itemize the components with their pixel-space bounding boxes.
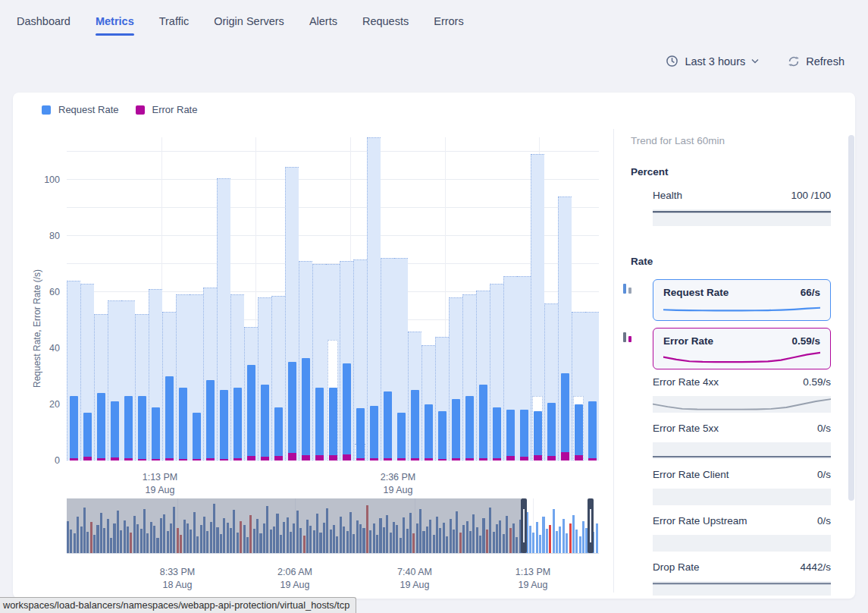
trend-row-health[interactable]: Health100 /100 [653, 190, 831, 226]
error-rate-bar[interactable] [193, 459, 201, 461]
error-rate-bar[interactable] [302, 455, 310, 461]
error-rate-bar[interactable] [233, 458, 242, 461]
error-rate-bar[interactable] [425, 458, 433, 461]
request-rate-bar[interactable] [193, 413, 201, 461]
request-rate-bar[interactable] [288, 362, 296, 461]
trend-row-error-rate-client[interactable]: Error Rate Client0/s [653, 469, 831, 505]
request-rate-bar[interactable] [233, 388, 242, 461]
request-rate-bar[interactable] [206, 380, 215, 461]
request-rate-bar[interactable] [152, 407, 160, 461]
mini-bar-chart-icon[interactable] [621, 281, 635, 295]
request-rate-bar[interactable] [83, 413, 92, 461]
error-rate-bar[interactable] [138, 459, 146, 461]
request-rate-bar[interactable] [261, 385, 269, 461]
request-rate-bar[interactable] [370, 406, 378, 461]
time-range-select[interactable]: Last 3 hours [666, 55, 759, 68]
brush-handle-left[interactable] [521, 498, 527, 553]
request-rate-bar[interactable] [356, 408, 365, 461]
error-rate-bar[interactable] [370, 458, 378, 461]
error-rate-bar[interactable] [561, 452, 569, 461]
tab-requests[interactable]: Requests [362, 15, 409, 36]
error-rate-bar[interactable] [384, 458, 392, 461]
error-rate-bar[interactable] [97, 458, 105, 461]
trend-card-error-rate[interactable]: Error Rate0.59/s [653, 328, 831, 369]
error-rate-bar[interactable] [506, 456, 515, 461]
error-rate-bar[interactable] [83, 457, 92, 461]
tab-alerts[interactable]: Alerts [309, 15, 337, 36]
main-plot[interactable]: 020406080100 [67, 137, 599, 461]
request-rate-bar[interactable] [465, 396, 474, 461]
request-rate-bar[interactable] [274, 407, 283, 461]
legend-item-request-rate[interactable]: Request Rate [42, 104, 119, 115]
error-rate-bar[interactable] [70, 458, 78, 461]
error-rate-bar[interactable] [124, 458, 133, 461]
request-rate-bar[interactable] [384, 391, 392, 461]
tab-metrics[interactable]: Metrics [96, 15, 134, 36]
error-rate-bar[interactable] [329, 455, 337, 461]
trend-row-error-rate-5xx[interactable]: Error Rate 5xx0/s [653, 423, 831, 459]
request-rate-bar[interactable] [534, 411, 542, 461]
error-rate-bar[interactable] [111, 457, 119, 461]
error-rate-bar[interactable] [152, 459, 160, 461]
request-rate-bar[interactable] [343, 363, 351, 461]
request-rate-bar[interactable] [575, 404, 583, 461]
error-rate-bar[interactable] [411, 458, 419, 461]
request-rate-bar[interactable] [493, 407, 501, 461]
error-rate-bar[interactable] [220, 459, 228, 461]
request-rate-bar[interactable] [397, 413, 406, 461]
request-rate-bar[interactable] [220, 390, 228, 461]
request-rate-bar[interactable] [111, 401, 119, 461]
error-rate-bar[interactable] [315, 455, 324, 461]
request-rate-bar[interactable] [138, 396, 146, 461]
error-rate-bar[interactable] [356, 458, 365, 461]
brush-handle-right[interactable] [588, 498, 594, 553]
error-rate-bar[interactable] [452, 458, 460, 461]
trend-row-drop-rate[interactable]: Drop Rate4442/s [653, 561, 831, 596]
error-rate-bar[interactable] [274, 456, 283, 461]
request-rate-bar[interactable] [179, 388, 187, 461]
error-rate-bar[interactable] [493, 458, 501, 461]
request-rate-bar[interactable] [70, 396, 78, 461]
trend-row-error-rate-4xx[interactable]: Error Rate 4xx0.59/s [653, 376, 831, 413]
request-rate-bar[interactable] [124, 396, 133, 461]
request-rate-bar[interactable] [411, 390, 419, 461]
request-rate-bar[interactable] [438, 411, 447, 461]
request-rate-bar[interactable] [506, 410, 515, 461]
mini-bar-chart-icon[interactable] [621, 330, 635, 344]
error-rate-bar[interactable] [179, 459, 187, 461]
request-rate-bar[interactable] [315, 388, 324, 461]
panel-scrollbar[interactable] [848, 135, 854, 501]
request-rate-bar[interactable] [479, 385, 487, 461]
error-rate-bar[interactable] [575, 455, 583, 461]
brush-timeline[interactable] [67, 498, 599, 554]
tab-traffic[interactable]: Traffic [159, 15, 189, 36]
request-rate-bar[interactable] [561, 373, 569, 461]
error-rate-bar[interactable] [465, 458, 474, 461]
request-rate-bar[interactable] [165, 376, 174, 461]
request-rate-bar[interactable] [520, 410, 528, 461]
request-rate-bar[interactable] [329, 388, 337, 461]
tab-dashboard[interactable]: Dashboard [17, 15, 71, 36]
request-rate-bar[interactable] [425, 404, 433, 461]
trend-row-error-rate-upstream[interactable]: Error Rate Upstream0/s [653, 515, 831, 552]
request-rate-bar[interactable] [588, 401, 597, 461]
error-rate-bar[interactable] [165, 458, 174, 461]
error-rate-bar[interactable] [438, 459, 447, 461]
legend-item-error-rate[interactable]: Error Rate [136, 104, 198, 115]
error-rate-bar[interactable] [534, 455, 542, 461]
refresh-button[interactable]: Refresh [788, 55, 844, 68]
error-rate-bar[interactable] [343, 454, 351, 461]
error-rate-bar[interactable] [547, 456, 556, 461]
request-rate-bar[interactable] [97, 393, 105, 461]
error-rate-bar[interactable] [206, 458, 215, 461]
trend-card-request-rate[interactable]: Request Rate66/s [653, 279, 831, 321]
error-rate-bar[interactable] [520, 457, 528, 461]
tab-origin-servers[interactable]: Origin Servers [214, 15, 284, 36]
request-rate-bar[interactable] [452, 399, 460, 461]
request-rate-bar[interactable] [247, 365, 255, 461]
error-rate-bar[interactable] [261, 457, 269, 461]
error-rate-bar[interactable] [288, 453, 296, 461]
error-rate-bar[interactable] [588, 458, 597, 461]
request-rate-bar[interactable] [547, 403, 556, 461]
error-rate-bar[interactable] [397, 458, 406, 461]
